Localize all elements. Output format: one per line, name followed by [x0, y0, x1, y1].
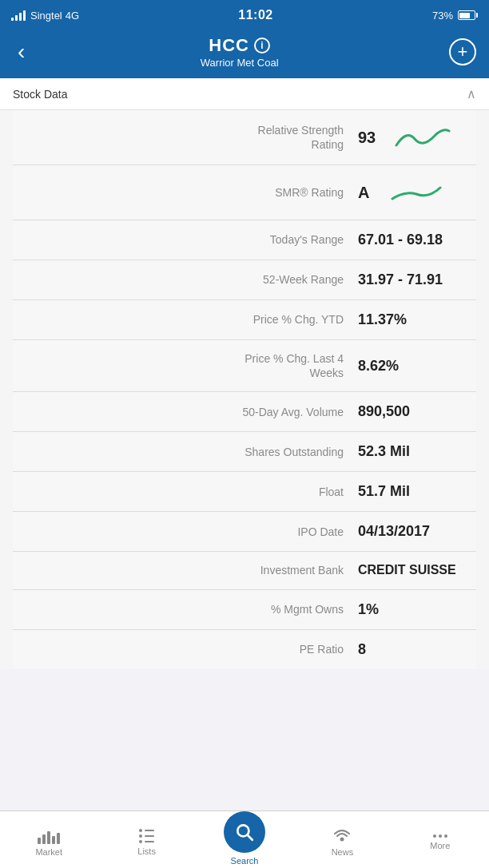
status-time: 11:02	[238, 8, 272, 22]
battery-percent: 73%	[432, 10, 453, 22]
avg-volume-value: 890,500	[358, 403, 410, 420]
table-row: PE Ratio 8	[13, 630, 476, 669]
section-header-label: Stock Data	[13, 88, 67, 101]
market-icon	[38, 828, 60, 844]
lists-icon	[139, 829, 155, 843]
back-button[interactable]: ‹	[13, 39, 30, 65]
row-value: 93	[358, 121, 470, 153]
add-button[interactable]: +	[449, 38, 476, 65]
price-chg-4w-value: 8.62%	[358, 358, 399, 375]
table-row: Relative StrengthRating 93	[13, 110, 476, 165]
svg-line-1	[248, 834, 252, 839]
investment-bank-value: CREDIT SUISSE	[358, 563, 456, 577]
signal-bars	[11, 10, 26, 21]
nav-label-lists: Lists	[137, 846, 156, 856]
nav-label-market: Market	[35, 847, 62, 857]
row-label: Shares Outstanding	[19, 445, 358, 459]
mgmt-owns-value: 1%	[358, 601, 379, 618]
table-row: Today's Range 67.01 - 69.18	[13, 220, 476, 260]
row-label: IPO Date	[19, 525, 358, 539]
search-icon	[234, 822, 255, 842]
nav-item-more[interactable]: More	[392, 830, 489, 850]
data-card: Relative StrengthRating 93 SMR® Rating A…	[0, 110, 489, 669]
nav-item-market[interactable]: Market	[0, 823, 97, 857]
row-value: 31.97 - 71.91	[358, 271, 470, 288]
rs-rating-value: 93	[358, 129, 376, 147]
nav-item-lists[interactable]: Lists	[97, 824, 195, 856]
svg-point-2	[340, 837, 344, 841]
week-range-value: 31.97 - 71.91	[358, 271, 443, 288]
nav-item-news[interactable]: News	[293, 823, 391, 857]
row-value: 8.62%	[358, 358, 470, 375]
smr-rating-value: A	[358, 184, 369, 202]
table-row: Price % Chg. YTD 11.37%	[13, 300, 476, 340]
smr-sparkline	[388, 176, 444, 208]
row-value: 52.3 Mil	[358, 443, 470, 460]
nav-item-search[interactable]: Search	[196, 814, 293, 866]
float-value: 51.7 Mil	[358, 483, 410, 500]
search-active-button[interactable]	[224, 811, 265, 853]
table-row: Investment Bank CREDIT SUISSE	[13, 552, 476, 589]
nav-label-news: News	[332, 847, 354, 857]
row-value: 67.01 - 69.18	[358, 232, 470, 248]
battery-icon	[458, 10, 478, 20]
table-row: IPO Date 04/13/2017	[13, 512, 476, 552]
row-value: A	[358, 176, 470, 208]
row-label: Relative StrengthRating	[19, 123, 358, 152]
news-icon	[333, 828, 351, 844]
row-value: CREDIT SUISSE	[358, 563, 470, 577]
ticker-label: HCC	[209, 35, 249, 56]
row-label: % Mgmt Owns	[19, 602, 358, 616]
row-value: 04/13/2017	[358, 523, 470, 540]
main-content: Stock Data ∧ Relative StrengthRating 93 …	[0, 78, 489, 733]
row-label: Investment Bank	[19, 563, 358, 577]
table-row: SMR® Rating A	[13, 165, 476, 220]
table-row: Shares Outstanding 52.3 Mil	[13, 432, 476, 472]
company-name: Warrior Met Coal	[30, 57, 449, 69]
row-value: 11.37%	[358, 311, 470, 328]
rs-sparkline	[395, 121, 451, 153]
row-label: 50-Day Avg. Volume	[19, 405, 358, 419]
collapse-chevron[interactable]: ∧	[467, 86, 476, 101]
bottom-nav: Market Lists Search News	[0, 811, 489, 868]
ipo-date-value: 04/13/2017	[358, 523, 430, 540]
row-label: Price % Chg. Last 4Weeks	[19, 351, 358, 380]
nav-label-more: More	[430, 841, 450, 850]
table-row: 52-Week Range 31.97 - 71.91	[13, 260, 476, 300]
more-icon	[433, 834, 447, 838]
row-label: Today's Range	[19, 232, 358, 247]
table-row: % Mgmt Owns 1%	[13, 590, 476, 630]
header: ‹ HCC i Warrior Met Coal +	[0, 29, 489, 78]
todays-range-value: 67.01 - 69.18	[358, 232, 443, 248]
status-bar: Singtel 4G 11:02 73%	[0, 0, 489, 29]
row-value: 890,500	[358, 403, 470, 420]
network-label: 4G	[66, 10, 79, 22]
row-label: 52-Week Range	[19, 272, 358, 287]
table-row: Price % Chg. Last 4Weeks 8.62%	[13, 340, 476, 392]
row-label: PE Ratio	[19, 642, 358, 656]
header-title: HCC i Warrior Met Coal	[30, 35, 449, 69]
status-left: Singtel 4G	[11, 10, 79, 22]
pe-ratio-value: 8	[358, 641, 366, 658]
row-label: Price % Chg. YTD	[19, 312, 358, 327]
carrier-label: Singtel	[30, 10, 62, 22]
table-row: 50-Day Avg. Volume 890,500	[13, 392, 476, 432]
shares-outstanding-value: 52.3 Mil	[358, 443, 410, 460]
row-value: 8	[358, 641, 470, 658]
price-chg-ytd-value: 11.37%	[358, 311, 407, 328]
row-label: SMR® Rating	[19, 185, 358, 200]
status-right: 73%	[432, 10, 478, 22]
nav-label-search: Search	[231, 856, 259, 866]
row-label: Float	[19, 485, 358, 499]
table-row: Float 51.7 Mil	[13, 472, 476, 512]
section-header: Stock Data ∧	[0, 78, 489, 110]
info-button[interactable]: i	[254, 38, 270, 54]
row-value: 1%	[358, 601, 470, 618]
row-value: 51.7 Mil	[358, 483, 470, 500]
